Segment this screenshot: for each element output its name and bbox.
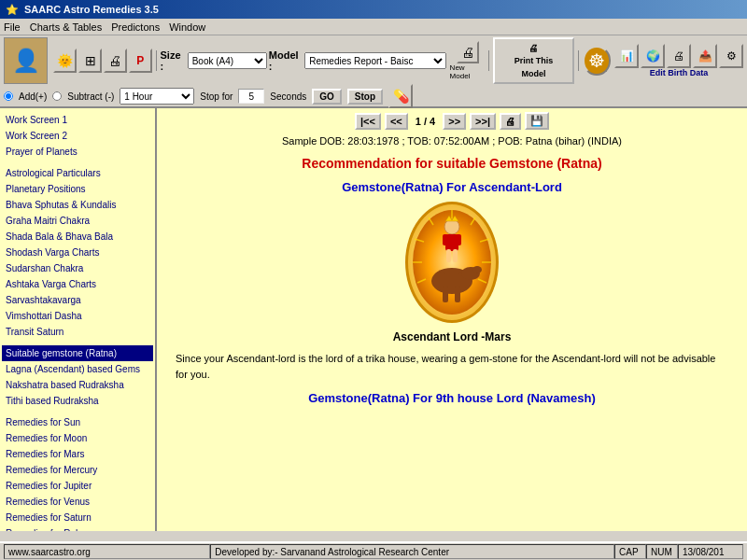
grid-icon-btn[interactable]: ⊞ xyxy=(78,49,102,73)
menu-file[interactable]: File xyxy=(4,21,21,33)
status-website: www.saarcastro.org xyxy=(4,544,210,559)
sidebar-item-saturn[interactable]: Remedies for Saturn xyxy=(2,510,153,525)
edit-birth-data-label: Edit Birth Data xyxy=(650,68,709,77)
add-radio[interactable] xyxy=(4,91,13,101)
sidebar-item-tithi[interactable]: Tithi based Rudraksha xyxy=(2,393,153,409)
sidebar-item-mercury[interactable]: Remedies for Mercury xyxy=(2,462,153,478)
menu-bar: File Charts & Tables Predictons Window xyxy=(0,19,747,35)
svg-rect-22 xyxy=(446,249,451,262)
nav-next[interactable]: >> xyxy=(443,113,466,130)
svg-rect-19 xyxy=(455,286,460,302)
print2-icon-btn[interactable]: 🖨 xyxy=(667,44,691,68)
sidebar-item-sudarshan[interactable]: Sudarshan Chakra xyxy=(2,260,153,276)
sidebar-item-astrological[interactable]: Astrological Particulars xyxy=(2,165,153,181)
menu-window[interactable]: Window xyxy=(169,21,205,33)
sidebar-item-vimshottari[interactable]: Vimshottari Dasha xyxy=(2,308,153,324)
menu-charts[interactable]: Charts & Tables xyxy=(30,21,102,33)
zodiac-wheel-icon[interactable]: ☸ xyxy=(583,46,611,76)
report-body-text: Since your Ascendant-lord is the lord of… xyxy=(176,351,728,382)
sidebar-item-moon[interactable]: Remedies for Moon xyxy=(2,430,153,446)
export-icon-btn[interactable]: 📤 xyxy=(693,44,717,68)
app-icon: ⭐ xyxy=(6,4,19,16)
sidebar-item-gemstone[interactable]: Suitable gemstone (Ratna) xyxy=(2,345,153,361)
subtract-radio[interactable] xyxy=(52,91,62,101)
sidebar-item-planetary[interactable]: Planetary Positions xyxy=(2,181,153,197)
sidebar-item-shada[interactable]: Shada Bala & Bhava Bala xyxy=(2,229,153,245)
sidebar-item-transit[interactable]: Transit Saturn xyxy=(2,324,153,340)
svg-rect-18 xyxy=(443,286,448,302)
status-date: 13/08/201 xyxy=(678,544,743,559)
status-bar: www.saarcastro.org Developed by:- Sarvan… xyxy=(0,541,747,560)
new-model-label: New Model xyxy=(450,63,486,80)
svg-point-10 xyxy=(444,219,459,234)
section2-title: Gemstone(Ratna) For 9th house Lord (Nava… xyxy=(176,391,728,405)
nav-print-icon[interactable]: 🖨 xyxy=(500,113,521,130)
sidebar-item-rahu[interactable]: Remedies for Rahu xyxy=(2,525,153,531)
svg-point-21 xyxy=(472,266,482,273)
content-area: |<< << 1 / 4 >> >>| 🖨 💾 Sample DOB: 28:0… xyxy=(157,108,747,531)
sidebar-item-work1[interactable]: Work Screen 1 xyxy=(2,112,153,128)
sidebar-item-shodash[interactable]: Shodash Varga Charts xyxy=(2,245,153,260)
chart-icon-btn[interactable]: 📊 xyxy=(614,44,639,68)
nav-prev[interactable]: << xyxy=(385,113,408,130)
menu-predictions[interactable]: Predictons xyxy=(111,21,160,33)
model-select[interactable]: Remedies Report - Baisc xyxy=(304,52,445,69)
sidebar-item-jupiter[interactable]: Remedies for Jupiter xyxy=(2,478,153,494)
sidebar-item-prayer[interactable]: Prayer of Planets xyxy=(2,144,153,160)
sidebar-item-nakshatra[interactable]: Nakshatra based Rudraksha xyxy=(2,377,153,393)
deity-image xyxy=(405,202,499,323)
status-developer: Developed by:- Sarvanand Astrological Re… xyxy=(210,544,614,559)
report-content: Recommendation for suitable Gemstone (Ra… xyxy=(157,152,747,409)
letter-p-btn[interactable]: P xyxy=(129,49,152,73)
sidebar-item-sun[interactable]: Remedies for Sun xyxy=(2,414,153,430)
add-label: Add(+) xyxy=(19,91,47,102)
size-label: Size : xyxy=(161,49,186,72)
anim-icon-btn[interactable]: 💊 xyxy=(388,84,413,108)
sidebar-item-graha[interactable]: Graha Maitri Chakra xyxy=(2,213,153,229)
deity-image-container xyxy=(176,202,728,323)
main-layout: Work Screen 1 Work Screen 2 Prayer of Pl… xyxy=(0,108,747,531)
mars-deity-svg xyxy=(410,206,494,318)
svg-rect-14 xyxy=(456,234,461,245)
go-button[interactable]: GO xyxy=(312,89,342,105)
sidebar-item-lagna[interactable]: Lagna (Ascendant) based Gems xyxy=(2,361,153,377)
ascendant-label: Ascendant Lord -Mars xyxy=(176,330,728,343)
print-label: Print This Model xyxy=(514,56,554,78)
stop-value-input[interactable] xyxy=(238,89,264,104)
report-main-title: Recommendation for suitable Gemstone (Ra… xyxy=(176,156,728,171)
planet-icon-btn[interactable]: 🌍 xyxy=(641,44,665,68)
page-info: 1 / 4 xyxy=(412,116,439,127)
person-icon: 👤 xyxy=(12,48,40,74)
subtract-label: Subtract (-) xyxy=(67,91,114,102)
nav-last[interactable]: >>| xyxy=(470,113,496,130)
anim-row: Add(+) Subtract (-) 1 Hour Stop for Seco… xyxy=(0,86,747,108)
interval-select[interactable]: 1 Hour xyxy=(120,88,194,105)
nav-first[interactable]: |<< xyxy=(355,113,381,130)
sidebar-item-bhava[interactable]: Bhava Sphutas & Kundalis xyxy=(2,197,153,213)
nav-bar: |<< << 1 / 4 >> >>| 🖨 💾 xyxy=(157,108,747,133)
settings-icon-btn[interactable]: ⚙ xyxy=(719,44,743,68)
sample-info: Sample DOB: 28:03:1978 ; TOB: 07:52:00AM… xyxy=(157,133,747,152)
sidebar-item-ashtaka[interactable]: Ashtaka Varga Charts xyxy=(2,276,153,292)
printer-icon-btn[interactable]: 🖨 xyxy=(104,49,127,73)
new-model-printer-icon[interactable]: 🖨 xyxy=(457,41,479,63)
stop-button[interactable]: Stop xyxy=(347,89,383,105)
svg-rect-13 xyxy=(443,234,448,245)
sidebar-item-venus[interactable]: Remedies for Venus xyxy=(2,494,153,510)
print-model-button[interactable]: 🖨 Print This Model xyxy=(493,37,573,84)
sidebar-item-mars[interactable]: Remedies for Mars xyxy=(2,446,153,462)
svg-rect-23 xyxy=(453,249,458,262)
title-bar: ⭐ SAARC Astro Remedies 3.5 xyxy=(0,0,747,19)
model-label: Model : xyxy=(269,49,303,72)
app-title: SAARC Astro Remedies 3.5 xyxy=(24,4,159,15)
status-num: NUM xyxy=(646,544,678,559)
sidebar-item-sarva[interactable]: Sarvashtakavarga xyxy=(2,292,153,308)
sidebar-item-work2[interactable]: Work Screen 2 xyxy=(2,128,153,144)
sun-icon-btn[interactable]: 🌞 xyxy=(53,49,77,73)
seconds-label: Seconds xyxy=(270,91,306,102)
sidebar: Work Screen 1 Work Screen 2 Prayer of Pl… xyxy=(0,108,157,531)
stop-for-label: Stop for xyxy=(200,91,233,102)
nav-save-icon[interactable]: 💾 xyxy=(525,112,549,130)
size-select[interactable]: Book (A4) xyxy=(188,52,267,69)
print-icon: 🖨 xyxy=(529,43,538,53)
